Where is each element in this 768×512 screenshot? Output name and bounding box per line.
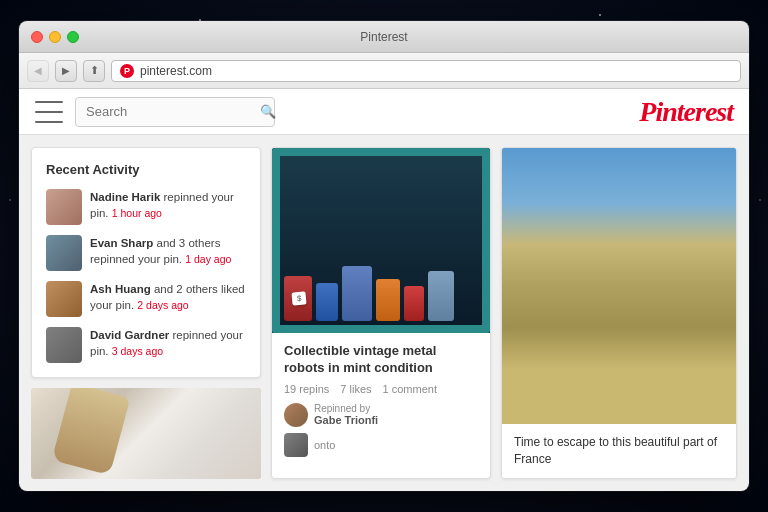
activity-name: Nadine Harik [90,191,160,203]
robot-5 [404,286,424,321]
right-caption-text: Time to escape to this beautiful part of… [514,434,724,468]
title-bar: Pinterest [19,21,749,53]
activity-item: Ash Huang and 2 others liked your pin. 2… [46,281,246,317]
right-pin-image [502,148,736,424]
minimize-button[interactable] [49,31,61,43]
forward-icon: ▶ [62,65,70,76]
url-text: pinterest.com [140,64,212,78]
repinned-info: Repinned by Gabe Trionfi [314,403,378,426]
repinner-avatar [284,403,308,427]
activity-time: 2 days ago [137,299,188,311]
hamburger-menu[interactable] [35,101,63,123]
onto-avatar [284,433,308,457]
repinned-by-row: Repinned by Gabe Trionfi [284,403,478,427]
page-content: 🔍 Pinterest Recent Activity Nadine Harik… [19,89,749,491]
activity-name: David Gardner [90,329,169,341]
activity-item: David Gardner repinned your pin. 3 days … [46,327,246,363]
activity-item: Nadine Harik repinned your pin. 1 hour a… [46,189,246,225]
recent-activity-panel: Recent Activity Nadine Harik repinned yo… [31,147,261,378]
robot-3 [342,266,372,321]
forward-button[interactable]: ▶ [55,60,77,82]
activity-name: Evan Sharp [90,237,153,249]
likes-count: 7 likes [340,383,371,395]
back-icon: ◀ [34,65,42,76]
close-button[interactable] [31,31,43,43]
pin-stats: 19 repins 7 likes 1 comment [284,383,478,395]
activity-text: Nadine Harik repinned your pin. 1 hour a… [90,189,246,221]
avatar [46,327,82,363]
page-toolbar: 🔍 Pinterest [19,89,749,135]
address-bar[interactable]: P pinterest.com [111,60,741,82]
nav-bar: ◀ ▶ ⬆ P pinterest.com [19,53,749,89]
activity-time: 1 hour ago [112,207,162,219]
search-input[interactable] [86,104,254,119]
window-title: Pinterest [360,30,407,44]
pin-title: Collectible vintage metal robots in mint… [284,343,478,377]
browser-window: Pinterest ◀ ▶ ⬆ P pinterest.com [19,21,749,491]
center-panel: $ Collectible vintage metal robots in mi… [271,147,491,479]
avatar [46,235,82,271]
ice-bowl-image [31,388,261,479]
avatar [46,281,82,317]
bottom-left-image [31,388,261,479]
robot-shelf: $ [272,148,490,333]
menu-line-2 [35,111,63,113]
activity-time: 1 day ago [185,253,231,265]
activity-time: 3 days ago [112,345,163,357]
search-icon: 🔍 [260,104,276,119]
menu-line-1 [35,101,63,103]
activity-text: Evan Sharp and 3 others repinned your pi… [90,235,246,267]
france-city-image [502,148,736,424]
onto-label: onto [314,439,335,451]
onto-row: onto [284,433,478,457]
activity-name: Ash Huang [90,283,151,295]
price-tag: $ [291,291,307,305]
window-controls [31,31,79,43]
comments-count: 1 comment [383,383,437,395]
site-favicon: P [120,64,134,78]
pinterest-logo: Pinterest [639,96,733,128]
activity-text: Ash Huang and 2 others liked your pin. 2… [90,281,246,313]
share-icon: ⬆ [90,64,99,77]
recent-activity-title: Recent Activity [46,162,246,177]
main-area: Recent Activity Nadine Harik repinned yo… [19,135,749,491]
search-box[interactable]: 🔍 [75,97,275,127]
menu-line-3 [35,121,63,123]
right-panel: Time to escape to this beautiful part of… [501,147,737,479]
robot-items [280,156,482,325]
activity-text: David Gardner repinned your pin. 3 days … [90,327,246,359]
robot-4 [376,279,400,321]
repins-count: 19 repins [284,383,329,395]
share-button[interactable]: ⬆ [83,60,105,82]
robot-2 [316,283,338,321]
center-pin-info: Collectible vintage metal robots in mint… [272,333,490,467]
center-pin-image: $ [272,148,490,333]
repinned-label: Repinned by [314,403,378,414]
maximize-button[interactable] [67,31,79,43]
avatar [46,189,82,225]
back-button[interactable]: ◀ [27,60,49,82]
left-panel: Recent Activity Nadine Harik repinned yo… [31,147,261,479]
robot-6 [428,271,454,321]
repinner-name: Gabe Trionfi [314,414,378,426]
activity-item: Evan Sharp and 3 others repinned your pi… [46,235,246,271]
right-pin-caption: Time to escape to this beautiful part of… [502,424,736,478]
